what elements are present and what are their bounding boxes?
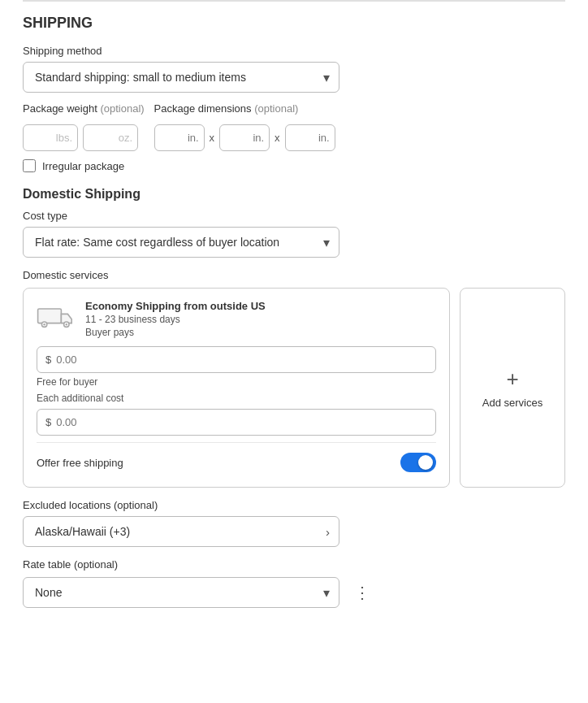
buyer-price-symbol: $ [45,354,51,366]
offer-free-shipping-label: Offer free shipping [37,457,123,469]
rate-table-wrapper: None ▾ [23,577,339,608]
free-label: Free for buyer [37,376,436,388]
package-dimensions-group: Package dimensions (optional) x x [154,102,335,151]
additional-price-symbol: $ [45,416,51,428]
domestic-shipping-title: Domestic Shipping [23,187,565,202]
offer-free-shipping-toggle[interactable] [400,453,436,472]
package-weight-group: Package weight (optional) [23,102,145,151]
cost-type-wrapper: Flat rate: Same cost regardless of buyer… [23,227,339,258]
dims-x-separator: x [210,132,215,144]
svg-point-4 [66,323,67,325]
service-name: Economy Shipping from outside US [85,300,266,312]
weight-oz-input[interactable] [83,124,138,151]
dim-length-input[interactable] [154,124,205,151]
service-card-header: Economy Shipping from outside US 11 - 23… [37,300,436,338]
weight-lbs-input[interactable] [23,124,78,151]
cost-type-label: Cost type [23,210,565,222]
rate-table-select[interactable]: None [23,577,339,608]
buyer-pays-label: Buyer pays [85,327,266,338]
package-dimensions-label: Package dimensions (optional) [154,102,335,115]
package-weight-inputs [23,124,145,151]
irregular-package-row: Irregular package [23,159,565,172]
dim-height-input[interactable] [285,124,335,151]
truck-icon [37,300,76,331]
svg-point-3 [43,323,45,325]
svg-rect-0 [38,309,62,323]
additional-price-input[interactable] [56,410,427,435]
rate-table-more-options-button[interactable]: ⋮ [348,578,377,607]
buyer-price-input-wrapper: $ [37,346,436,373]
rate-table-label: Rate table (optional) [23,558,565,571]
services-row: Economy Shipping from outside US 11 - 23… [23,288,565,488]
service-info: Economy Shipping from outside US 11 - 23… [85,300,266,338]
excluded-locations-wrapper: Alaska/Hawaii (+3) › [23,516,339,547]
add-services-button[interactable]: + Add services [460,288,565,488]
excluded-locations-select[interactable]: Alaska/Hawaii (+3) [23,516,339,547]
buyer-price-input[interactable] [56,347,427,372]
package-weight-label: Package weight (optional) [23,102,145,115]
additional-price-input-wrapper: $ [37,409,436,436]
service-card: Economy Shipping from outside US 11 - 23… [23,288,450,488]
shipping-method-select[interactable]: Standard shipping: small to medium items [23,62,339,93]
dim-width-input[interactable] [219,124,270,151]
shipping-method-wrapper: Standard shipping: small to medium items… [23,62,339,93]
package-dimensions-inputs: x x [154,124,335,151]
service-days: 11 - 23 business days [85,314,266,325]
irregular-package-checkbox[interactable] [23,159,36,172]
shipping-method-label: Shipping method [23,45,565,57]
toggle-slider [400,453,436,472]
dims-x-separator-2: x [275,132,280,144]
add-plus-icon: + [506,367,518,392]
irregular-package-label[interactable]: Irregular package [42,160,124,172]
offer-free-shipping-row: Offer free shipping [37,442,436,475]
add-services-label: Add services [482,397,543,409]
cost-type-select[interactable]: Flat rate: Same cost regardless of buyer… [23,227,339,258]
additional-cost-label: Each additional cost [37,393,436,404]
domestic-services-label: Domestic services [23,269,565,281]
excluded-locations-label: Excluded locations (optional) [23,499,565,511]
rate-table-row: None ▾ ⋮ [23,577,565,608]
section-title: SHIPPING [23,0,565,35]
